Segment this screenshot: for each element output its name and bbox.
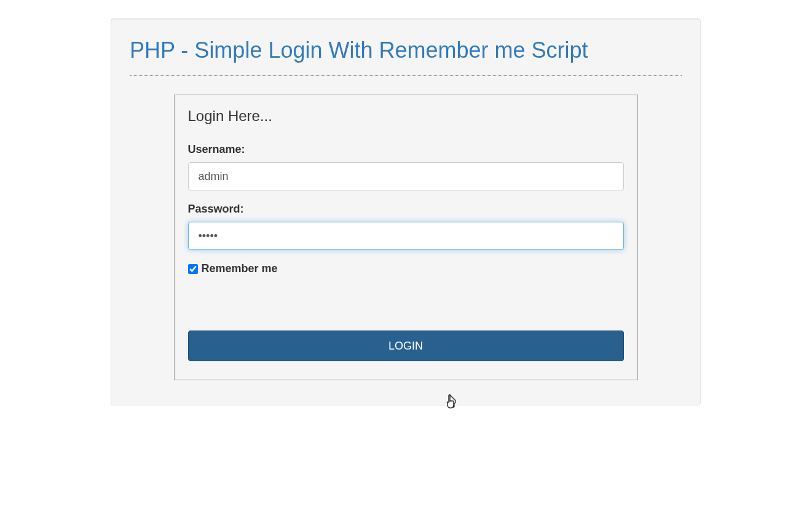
main-panel: PHP - Simple Login With Remember me Scri… (111, 18, 701, 405)
password-group: Password: (188, 203, 624, 250)
login-box: Login Here... Username: Password: Rememb… (174, 95, 638, 380)
login-heading: Login Here... (188, 108, 624, 125)
divider (130, 76, 682, 76)
password-input[interactable] (188, 222, 624, 250)
remember-me-row: Remember me (188, 262, 624, 275)
username-group: Username: (188, 143, 624, 190)
remember-me-checkbox[interactable] (188, 264, 198, 274)
remember-me-label: Remember me (202, 262, 278, 275)
username-input[interactable] (188, 162, 624, 190)
login-button[interactable]: LOGIN (188, 331, 624, 361)
page-title: PHP - Simple Login With Remember me Scri… (130, 37, 682, 63)
password-label: Password: (188, 203, 624, 216)
username-label: Username: (188, 143, 624, 156)
